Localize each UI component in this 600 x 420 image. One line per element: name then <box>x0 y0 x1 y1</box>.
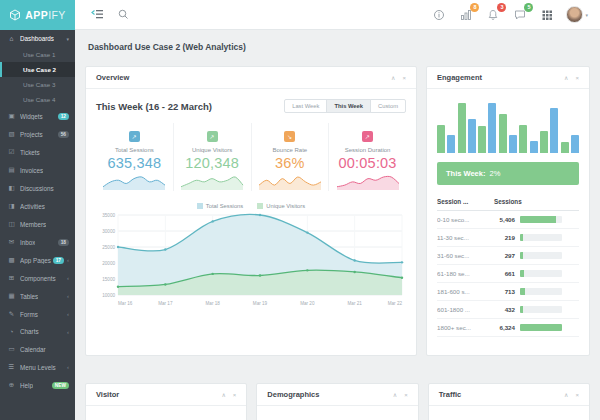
chart-legend: Total SessionsUnique Visitors <box>96 203 406 209</box>
traffic-panel-title: Traffic <box>439 390 462 399</box>
sidebar-badge: 17 <box>53 257 64 264</box>
sidebar-item-forms[interactable]: ✎Forms‹ <box>0 305 75 323</box>
members-icon: ◫ <box>7 220 16 228</box>
stat-label: Session Duration <box>333 147 402 153</box>
stat-card-unique-visitors: ↗Unique Visitors120,348 <box>174 123 252 191</box>
sidebar-toggle-icon[interactable] <box>87 5 107 25</box>
session-count: 713 <box>489 288 515 295</box>
close-icon[interactable]: × <box>404 392 408 398</box>
svg-text:15000: 15000 <box>102 277 115 282</box>
visitor-panel-title: Visitor <box>96 390 119 399</box>
sidebar-item-calendar[interactable]: ▭Calendar <box>0 340 75 358</box>
widgets-icon: ▣ <box>7 112 16 120</box>
range-button-custom[interactable]: Custom <box>370 99 406 113</box>
engagement-bar <box>571 135 579 153</box>
trend-up-icon: ↗ <box>207 131 218 142</box>
engagement-bar <box>437 125 445 153</box>
sidebar-item-invoices[interactable]: ▤Invoices <box>0 161 75 179</box>
sidebar-item-inbox[interactable]: ✉Inbox18 <box>0 233 75 251</box>
session-count: 432 <box>489 306 515 313</box>
svg-text:35000: 35000 <box>102 213 115 218</box>
trend-down-icon: ↘ <box>284 131 295 142</box>
range-button-this-week[interactable]: This Week <box>326 99 371 113</box>
legend-item-unique-visitors: Unique Visitors <box>257 203 305 209</box>
engagement-bar <box>509 135 517 153</box>
spark-unique-visitors <box>180 175 244 191</box>
session-range: 601-1800 ... <box>437 306 489 313</box>
overview-panel: Overview ∧ × This Week (16 - 22 March) L… <box>85 66 417 356</box>
engagement-bar <box>519 125 527 153</box>
sidebar-item-label: Activities <box>20 203 45 210</box>
engagement-bar <box>488 103 496 153</box>
sidebar-item-label: Components <box>20 275 56 282</box>
sidebar-item-members[interactable]: ◫Members <box>0 215 75 233</box>
header-actions: 8 3 5 <box>431 6 588 23</box>
sidebar-item-components[interactable]: ⊞Components‹ <box>0 269 75 287</box>
projects-icon: ▧ <box>7 130 16 138</box>
collapse-icon[interactable]: ∧ <box>564 392 568 398</box>
sidebar-item-tables[interactable]: ▦Tables‹ <box>0 287 75 305</box>
sidebar-item-widgets[interactable]: ▣Widgets12 <box>0 107 75 125</box>
sidebar-item-app-pages[interactable]: ▩App Pages17‹ <box>0 251 75 269</box>
notifications-bell-icon[interactable]: 3 <box>485 7 501 23</box>
svg-text:Mar 18: Mar 18 <box>206 301 221 306</box>
sidebar-badge: 56 <box>58 131 69 138</box>
traffic-panel: Traffic∧× <box>428 383 590 420</box>
session-range: 181-600 s... <box>437 288 489 295</box>
sidebar-item-projects[interactable]: ▧Projects56 <box>0 125 75 143</box>
chevron-left-icon: ‹ <box>67 329 69 335</box>
sidebar-item-use-case-3[interactable]: Use Case 3 <box>0 77 75 92</box>
forms-icon: ✎ <box>7 310 16 318</box>
stats-icon[interactable]: 8 <box>458 7 474 23</box>
notifications-badge: 3 <box>497 3 506 12</box>
range-button-last-week[interactable]: Last Week <box>284 99 327 113</box>
chevron-left-icon: ‹ <box>67 257 69 263</box>
logo[interactable]: APPIFY <box>0 0 75 30</box>
sidebar-item-help[interactable]: ⊕HelpNEW <box>0 376 75 394</box>
session-count: 5,406 <box>489 216 515 223</box>
collapse-icon[interactable]: ∧ <box>393 392 397 398</box>
sidebar-item-label: Charts <box>20 328 39 335</box>
session-duration-table: Session ...Sessions0-10 seco...5,40611-3… <box>437 193 579 337</box>
engagement-panel-title: Engagement <box>437 73 482 82</box>
sidebar-item-use-case-2[interactable]: Use Case 2 <box>0 62 75 77</box>
collapse-icon[interactable]: ∧ <box>221 392 225 398</box>
sidebar-item-menu-levels[interactable]: ☰Menu Levels‹ <box>0 358 75 376</box>
close-icon[interactable]: × <box>233 392 237 398</box>
session-range: 11-30 sec... <box>437 234 489 241</box>
sidebar-item-charts[interactable]: ◔Charts‹ <box>0 323 75 340</box>
collapse-icon[interactable]: ∧ <box>391 75 395 81</box>
messages-badge: 5 <box>524 3 533 12</box>
svg-text:Mar 20: Mar 20 <box>300 301 315 306</box>
sidebar-item-dashboards[interactable]: ⌂Dashboards▾ <box>0 30 75 47</box>
search-icon[interactable] <box>113 5 133 25</box>
caret-down-icon: ▾ <box>585 12 588 18</box>
table-row: 31-60 sec...297 <box>437 247 579 265</box>
info-icon[interactable] <box>431 7 447 23</box>
topbar: 8 3 5 <box>75 0 600 29</box>
table-row: 1800+ sec...6,324 <box>437 319 579 337</box>
sidebar-item-tickets[interactable]: ☑Tickets <box>0 143 75 161</box>
engagement-bar <box>478 126 486 153</box>
sidebar-badge: 18 <box>58 239 69 246</box>
sidebar-item-discussions[interactable]: ◧Discussions <box>0 179 75 197</box>
session-bar <box>515 234 579 241</box>
close-icon[interactable]: × <box>575 75 579 81</box>
table-row: 61-180 se...661 <box>437 265 579 283</box>
close-icon[interactable]: × <box>575 392 579 398</box>
session-count: 297 <box>489 252 515 259</box>
sidebar-item-activities[interactable]: ◨Activities <box>0 197 75 215</box>
sidebar-item-label: Dashboards <box>20 35 54 42</box>
collapse-icon[interactable]: ∧ <box>564 75 568 81</box>
close-icon[interactable]: × <box>402 75 406 81</box>
apps-grid-icon[interactable] <box>539 7 555 23</box>
sidebar-item-use-case-4[interactable]: Use Case 4 <box>0 92 75 107</box>
top-header: APPIFY <box>0 0 600 30</box>
sidebar-item-use-case-1[interactable]: Use Case 1 <box>0 47 75 62</box>
messages-icon[interactable]: 5 <box>512 7 528 23</box>
user-menu[interactable]: ▾ <box>566 6 588 23</box>
stat-label: Unique Visitors <box>178 147 247 153</box>
stat-value: 120,348 <box>178 155 247 171</box>
session-bar <box>515 288 579 295</box>
engagement-bar <box>540 131 548 153</box>
